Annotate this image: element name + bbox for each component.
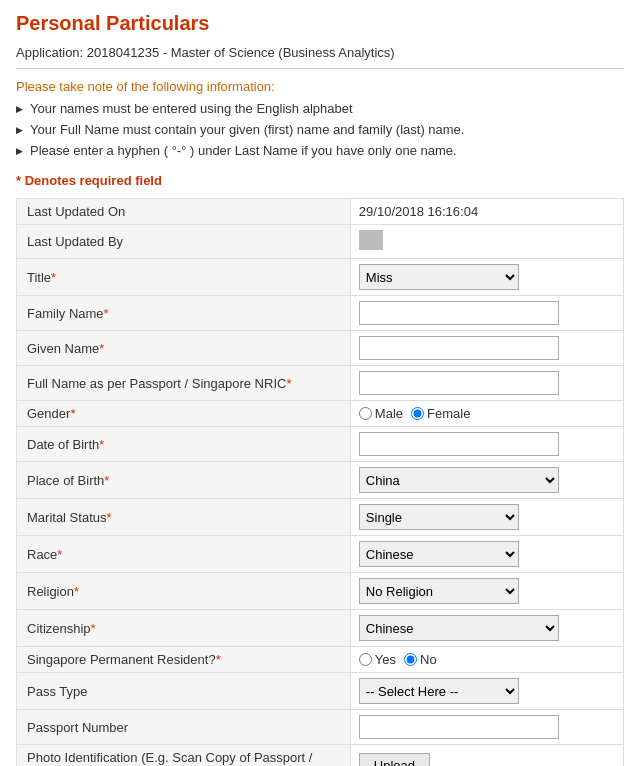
- gender-cell: Male Female: [350, 401, 623, 427]
- title-select[interactable]: Mr Mrs Miss Mdm Dr Prof: [359, 264, 519, 290]
- table-row-given-name: Given Name*: [17, 331, 624, 366]
- table-row-full-name: Full Name as per Passport / Singapore NR…: [17, 366, 624, 401]
- application-info: Application: 2018041235 - Master of Scie…: [16, 45, 624, 69]
- gender-male-label: Male: [375, 406, 403, 421]
- sg-pr-no-radio[interactable]: [404, 653, 417, 666]
- notice-list: Your names must be entered using the Eng…: [16, 99, 624, 161]
- gender-male-option[interactable]: Male: [359, 406, 403, 421]
- full-name-label: Full Name as per Passport / Singapore NR…: [17, 366, 351, 401]
- pass-type-cell: -- Select Here -- Student Pass Employmen…: [350, 673, 623, 710]
- last-updated-on-value: 29/10/2018 16:16:04: [350, 199, 623, 225]
- table-row-citizenship: Citizenship* Chinese Singaporean Others: [17, 610, 624, 647]
- page-title: Personal Particulars: [16, 12, 624, 35]
- table-row-sg-pr: Singapore Permanent Resident?* Yes No: [17, 647, 624, 673]
- sg-pr-yes-label: Yes: [375, 652, 396, 667]
- table-row-photo-id: Photo Identification (E.g. Scan Copy of …: [17, 745, 624, 766]
- religion-label: Religion*: [17, 573, 351, 610]
- dob-cell: [350, 427, 623, 462]
- race-label: Race*: [17, 536, 351, 573]
- table-row-race: Race* Chinese Malay Indian Others: [17, 536, 624, 573]
- passport-no-label: Passport Number: [17, 710, 351, 745]
- last-updated-by-label: Last Updated By: [17, 225, 351, 259]
- photo-id-cell: Upload: [350, 745, 623, 766]
- citizenship-label: Citizenship*: [17, 610, 351, 647]
- given-name-label: Given Name*: [17, 331, 351, 366]
- table-row-marital-status: Marital Status* Single Married Divorced …: [17, 499, 624, 536]
- notice-box: Please take note of the following inform…: [16, 79, 624, 161]
- gender-female-radio[interactable]: [411, 407, 424, 420]
- place-of-birth-select[interactable]: China Singapore Others: [359, 467, 559, 493]
- table-row-dob: Date of Birth*: [17, 427, 624, 462]
- photo-id-label: Photo Identification (E.g. Scan Copy of …: [17, 745, 351, 766]
- notice-item-3: Please enter a hyphen ( °-° ) under Last…: [16, 141, 624, 162]
- sg-pr-radio-group: Yes No: [359, 652, 619, 667]
- given-name-input[interactable]: [359, 336, 559, 360]
- place-of-birth-cell: China Singapore Others: [350, 462, 623, 499]
- table-row-place-of-birth: Place of Birth* China Singapore Others: [17, 462, 624, 499]
- notice-title: Please take note of the following inform…: [16, 79, 624, 94]
- marital-status-select[interactable]: Single Married Divorced Widowed: [359, 504, 519, 530]
- family-name-cell: [350, 296, 623, 331]
- pass-type-select[interactable]: -- Select Here -- Student Pass Employmen…: [359, 678, 519, 704]
- table-row-last-updated-by: Last Updated By: [17, 225, 624, 259]
- religion-select[interactable]: No Religion Buddhism Christianity Islam …: [359, 578, 519, 604]
- family-name-label: Family Name*: [17, 296, 351, 331]
- notice-item-1: Your names must be entered using the Eng…: [16, 99, 624, 120]
- form-table: Last Updated On 29/10/2018 16:16:04 Last…: [16, 198, 624, 766]
- title-label: Title*: [17, 259, 351, 296]
- religion-cell: No Religion Buddhism Christianity Islam …: [350, 573, 623, 610]
- citizenship-select[interactable]: Chinese Singaporean Others: [359, 615, 559, 641]
- given-name-cell: [350, 331, 623, 366]
- table-row-title: Title* Mr Mrs Miss Mdm Dr Prof: [17, 259, 624, 296]
- gender-label: Gender*: [17, 401, 351, 427]
- last-updated-by-value: [350, 225, 623, 259]
- dob-input[interactable]: [359, 432, 559, 456]
- last-updated-on-label: Last Updated On: [17, 199, 351, 225]
- gender-female-label: Female: [427, 406, 470, 421]
- sg-pr-yes-option[interactable]: Yes: [359, 652, 396, 667]
- race-select[interactable]: Chinese Malay Indian Others: [359, 541, 519, 567]
- sg-pr-no-option[interactable]: No: [404, 652, 437, 667]
- sg-pr-no-label: No: [420, 652, 437, 667]
- dob-label: Date of Birth*: [17, 427, 351, 462]
- table-row-family-name: Family Name*: [17, 296, 624, 331]
- citizenship-cell: Chinese Singaporean Others: [350, 610, 623, 647]
- sg-pr-cell: Yes No: [350, 647, 623, 673]
- full-name-cell: [350, 366, 623, 401]
- gender-female-option[interactable]: Female: [411, 406, 470, 421]
- full-name-input[interactable]: [359, 371, 559, 395]
- pass-type-label: Pass Type: [17, 673, 351, 710]
- notice-item-2: Your Full Name must contain your given (…: [16, 120, 624, 141]
- gender-male-radio[interactable]: [359, 407, 372, 420]
- table-row-religion: Religion* No Religion Buddhism Christian…: [17, 573, 624, 610]
- sg-pr-label: Singapore Permanent Resident?*: [17, 647, 351, 673]
- title-cell: Mr Mrs Miss Mdm Dr Prof: [350, 259, 623, 296]
- sg-pr-yes-radio[interactable]: [359, 653, 372, 666]
- marital-status-label: Marital Status*: [17, 499, 351, 536]
- gender-radio-group: Male Female: [359, 406, 619, 421]
- passport-no-cell: [350, 710, 623, 745]
- table-row-pass-type: Pass Type -- Select Here -- Student Pass…: [17, 673, 624, 710]
- table-row-gender: Gender* Male Female: [17, 401, 624, 427]
- race-cell: Chinese Malay Indian Others: [350, 536, 623, 573]
- place-of-birth-label: Place of Birth*: [17, 462, 351, 499]
- family-name-input[interactable]: [359, 301, 559, 325]
- table-row-last-updated-on: Last Updated On 29/10/2018 16:16:04: [17, 199, 624, 225]
- required-note: * Denotes required field: [16, 173, 624, 188]
- passport-no-input[interactable]: [359, 715, 559, 739]
- table-row-passport-no: Passport Number: [17, 710, 624, 745]
- marital-status-cell: Single Married Divorced Widowed: [350, 499, 623, 536]
- upload-button[interactable]: Upload: [359, 753, 430, 766]
